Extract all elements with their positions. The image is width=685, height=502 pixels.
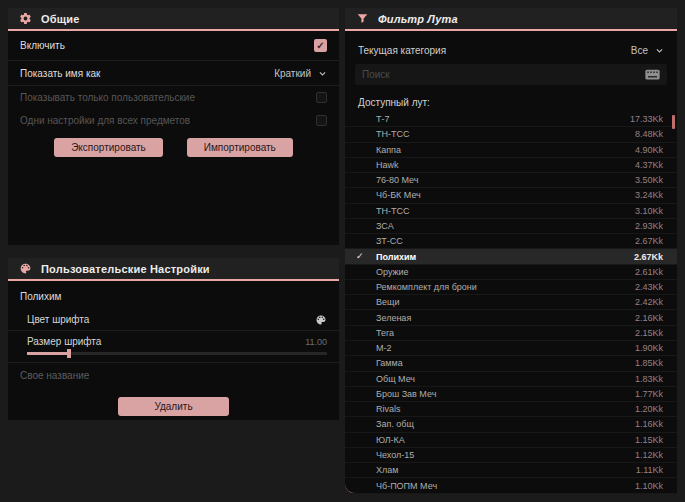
loot-name: ЗТ-СС [376,236,635,246]
display-name-dropdown[interactable]: Краткий [274,68,327,79]
loot-value: 2.93Kk [635,221,663,231]
loot-name: Каппа [376,145,635,155]
import-button[interactable]: Импортировать [187,138,293,157]
loot-name: Чехол-15 [376,450,635,460]
category-dropdown[interactable]: Все [631,45,664,56]
loot-name: 76-80 Меч [376,175,635,185]
font-size-value: 11.00 [305,337,327,347]
font-size-slider[interactable] [27,352,327,355]
loot-row[interactable]: ✓Полихим2.67Kk [345,249,677,264]
loot-name: Тега [376,328,635,338]
search-input[interactable] [362,69,645,80]
loot-row[interactable]: М-21.90Kk [345,341,677,356]
loot-value: 2.43Kk [635,282,663,292]
font-color-row[interactable]: Цвет шрифта [8,309,339,331]
loot-row[interactable]: Чб-ПОПМ Меч1.10Kk [345,478,677,493]
loot-row[interactable]: Зап. общ1.16Kk [345,417,677,432]
loot-row[interactable]: Т-717.33Kk [345,112,677,127]
loot-name: Гамма [376,358,635,368]
loot-value: 1.77Kk [635,389,663,399]
enable-checkbox[interactable]: ✓ [314,39,327,52]
loot-row[interactable]: Чехол-151.12Kk [345,448,677,463]
loot-value: 1.12Kk [635,450,663,460]
loot-value: 2.42Kk [635,297,663,307]
general-panel-header: Общие [8,8,339,31]
loot-row[interactable]: Брош Зав Меч1.77Kk [345,387,677,402]
loot-row[interactable]: Чб-БК Меч3.24Kk [345,188,677,203]
loot-filter-title: Фильтр Лута [378,13,458,25]
loot-row[interactable]: ТН-ТСС3.10Kk [345,204,677,219]
keyboard-icon[interactable] [645,69,660,80]
font-color-label: Цвет шрифта [27,314,89,325]
loot-value: 4.37Kk [635,160,663,170]
loot-name: Вещи [376,297,635,307]
loot-value: 1.20Kk [635,404,663,414]
loot-name: Полихим [376,252,634,262]
same-settings-checkbox[interactable] [316,115,327,126]
loot-row[interactable]: Тега2.15Kk [345,326,677,341]
only-custom-checkbox[interactable] [316,92,327,103]
category-dropdown-value: Все [631,45,648,56]
loot-row[interactable]: ЗСА2.93Kk [345,219,677,234]
loot-row[interactable]: ЗТ-СС2.67Kk [345,234,677,249]
slider-fill [27,352,69,355]
loot-value: 2.16Kk [635,313,663,323]
custom-name-input[interactable] [20,370,327,381]
search-box [355,64,667,85]
chevron-down-icon [318,69,327,78]
loot-row[interactable]: Hawk4.37Kk [345,158,677,173]
loot-value: 2.61Kk [635,267,663,277]
only-custom-row: Показывать только пользовательские [8,86,339,109]
gear-icon [19,12,32,25]
loot-name: Ремкомплект для брони [376,282,635,292]
loot-name: Rivals [376,404,635,414]
loot-row[interactable]: Оружие2.61Kk [345,265,677,280]
loot-row[interactable]: Вещи2.42Kk [345,295,677,310]
slider-handle[interactable] [67,349,71,358]
loot-value: 4.90Kk [635,145,663,155]
loot-row[interactable]: Зеленая2.16Kk [345,310,677,325]
display-name-row: Показать имя как Краткий [8,61,339,86]
export-import-row: Экспортировать Импортировать [8,138,339,157]
general-panel-title: Общие [41,13,80,25]
loot-row[interactable]: Гамма1.85Kk [345,356,677,371]
same-settings-row: Одни настройки для всех предметов [8,109,339,131]
loot-row[interactable]: Каппа4.90Kk [345,143,677,158]
category-label: Текущая категория [358,45,446,56]
loot-value: 2.15Kk [635,328,663,338]
export-button[interactable]: Экспортировать [54,138,163,157]
loot-value: 1.16Kk [635,419,663,429]
loot-name: Чб-БК Меч [376,190,635,200]
loot-row[interactable]: Хлам1.11Kk [345,463,677,478]
loot-name: ЗСА [376,221,635,231]
available-loot-label: Доступный лут: [345,91,677,112]
loot-value: 1.90Kk [635,343,663,353]
loot-value: 2.67Kk [635,236,663,246]
custom-settings-title: Пользовательские Настройки [41,263,210,275]
loot-name: Hawk [376,160,635,170]
loot-value: 3.50Kk [635,175,663,185]
scrollbar-thumb[interactable] [672,115,675,129]
font-size-block: Размер шрифта 11.00 [8,331,339,363]
loot-filter-header: Фильтр Лута [345,8,677,31]
loot-name: Оружие [376,267,635,277]
selected-item-name: Полихим [8,281,339,309]
funnel-icon [356,12,369,25]
loot-name: Зеленая [376,313,635,323]
delete-button[interactable]: Удалить [118,397,228,416]
loot-filter-panel: Фильтр Лута Текущая категория Все [345,8,677,494]
chevron-down-icon [655,46,664,55]
loot-scrollbar[interactable] [672,112,675,494]
loot-row[interactable]: Rivals1.20Kk [345,402,677,417]
check-icon: ✓ [345,252,376,261]
loot-row[interactable]: 76-80 Меч3.50Kk [345,173,677,188]
loot-row[interactable]: ТН-ТСС8.48Kk [345,127,677,142]
loot-name: Хлам [376,465,636,475]
loot-value: 1.85Kk [635,358,663,368]
color-palette-icon[interactable] [315,314,327,326]
loot-row[interactable]: ЮЛ-КА1.15Kk [345,433,677,448]
loot-name: ТН-ТСС [376,129,635,139]
loot-row[interactable]: Общ Меч1.83Kk [345,372,677,387]
loot-row[interactable]: Ремкомплект для брони2.43Kk [345,280,677,295]
palette-icon [19,262,32,275]
